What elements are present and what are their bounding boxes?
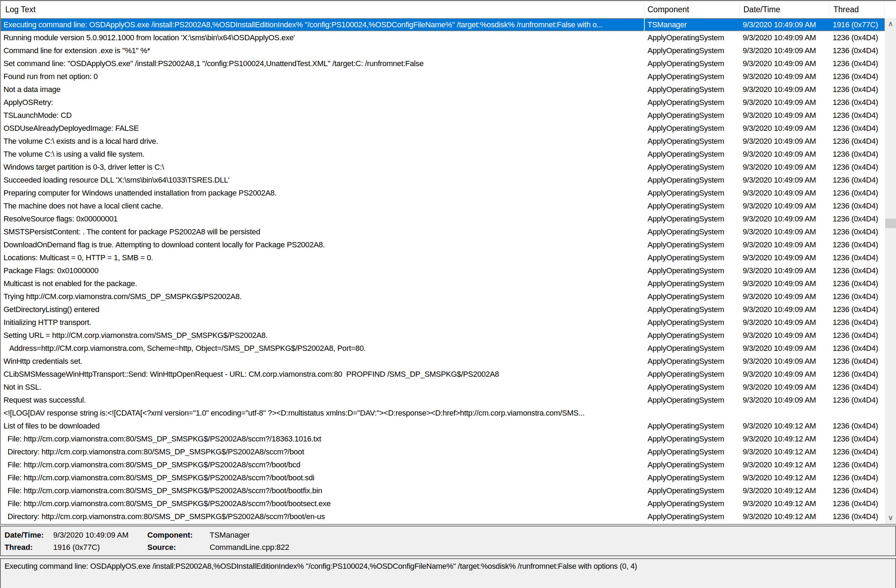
thread-cell: 1236 (0x4D4) [829, 161, 885, 173]
column-divider[interactable] [644, 3, 645, 17]
comp-cell: ApplyOperatingSystem [645, 70, 740, 83]
detail-datetime-value: 9/3/2020 10:49:09 AM [53, 530, 128, 540]
log-row[interactable]: Not in SSL.ApplyOperatingSystem9/3/2020 … [1, 381, 885, 394]
log-row[interactable]: File: http://cm.corp.viamonstra.com:80/S… [1, 497, 885, 510]
date-cell: 9/3/2020 10:49:09 AM [740, 342, 829, 355]
date-cell: 9/3/2020 10:49:09 AM [740, 31, 829, 44]
date-cell: 9/3/2020 10:49:09 AM [740, 355, 829, 368]
date-cell: 9/3/2020 10:49:09 AM [740, 290, 829, 303]
log-row[interactable]: ApplyOSRetry:ApplyOperatingSystem9/3/202… [1, 96, 885, 109]
column-header-thread[interactable]: Thread [834, 1, 859, 18]
log-cell: Found run from net option: 0 [1, 70, 645, 83]
log-row[interactable]: TSLaunchMode: CDApplyOperatingSystem9/3/… [1, 109, 885, 122]
log-row[interactable]: Request was successful.ApplyOperatingSys… [1, 394, 885, 406]
column-header-component[interactable]: Component [648, 1, 689, 18]
log-row[interactable]: GetDirectoryListing() enteredApplyOperat… [1, 303, 885, 316]
log-cell: Multicast is not enabled for the package… [1, 277, 645, 290]
log-row[interactable]: File: http://cm.corp.viamonstra.com:80/S… [1, 484, 885, 497]
log-cell: File: http://cm.corp.viamonstra.com:80/S… [1, 484, 645, 497]
thread-cell: 1236 (0x4D4) [829, 57, 885, 70]
log-cell: Succeeded loading resource DLL 'X:\sms\b… [1, 173, 645, 187]
log-row[interactable]: Found run from net option: 0ApplyOperati… [1, 70, 885, 83]
log-row[interactable]: Not a data imageApplyOperatingSystem9/3/… [1, 83, 885, 96]
log-row[interactable]: <![LOG[DAV response string is:<![CDATA[<… [1, 406, 885, 419]
log-cell: File: http://cm.corp.viamonstra.com:80/S… [1, 458, 645, 471]
log-row[interactable]: Set command line: "OSDApplyOS.exe" /inst… [1, 57, 885, 70]
log-row-selected[interactable]: Executing command line: OSDApplyOS.exe /… [1, 18, 885, 31]
log-row[interactable]: Address=http://CM.corp.viamonstra.com, S… [1, 342, 885, 355]
log-row[interactable]: CLibSMSMessageWinHttpTransport::Send: Wi… [1, 368, 885, 381]
comp-cell: ApplyOperatingSystem [645, 368, 740, 381]
comp-cell: ApplyOperatingSystem [645, 251, 740, 264]
log-row[interactable]: ResolveSource flags: 0x00000001ApplyOper… [1, 212, 885, 225]
date-cell: 9/3/2020 10:49:09 AM [740, 394, 829, 406]
thread-cell: 1236 (0x4D4) [829, 109, 885, 122]
log-row[interactable]: OSDUseAlreadyDeployedImage: FALSEApplyOp… [1, 122, 885, 135]
log-row[interactable]: List of files to be downloadedApplyOpera… [1, 419, 885, 432]
thread-cell: 1236 (0x4D4) [829, 173, 885, 187]
log-row[interactable]: Preparing computer for Windows unattende… [1, 187, 885, 199]
scroll-up-icon[interactable]: ∧ [885, 18, 896, 30]
log-cell: Command line for extension .exe is "%1" … [1, 44, 645, 57]
date-cell: 9/3/2020 10:49:09 AM [740, 212, 829, 225]
thread-cell: 1236 (0x4D4) [829, 290, 885, 303]
date-cell: 9/3/2020 10:49:09 AM [740, 251, 829, 264]
log-row[interactable]: WinHttp credentials set.ApplyOperatingSy… [1, 355, 885, 368]
log-row[interactable]: The volume C:\ is using a valid file sys… [1, 147, 885, 161]
log-row[interactable]: Initializing HTTP transport.ApplyOperati… [1, 316, 885, 329]
log-row[interactable]: File: http://cm.corp.viamonstra.com:80/S… [1, 432, 885, 445]
log-row[interactable]: Multicast is not enabled for the package… [1, 277, 885, 290]
log-cell: Locations: Multicast = 0, HTTP = 1, SMB … [1, 251, 645, 264]
log-row[interactable]: DownloadOnDemand flag is true. Attemptin… [1, 238, 885, 251]
date-cell: 9/3/2020 10:49:09 AM [740, 18, 829, 31]
column-divider[interactable] [884, 3, 884, 17]
log-row[interactable]: Setting URL = http://CM.corp.viamonstra.… [1, 329, 885, 342]
column-header-log-text[interactable]: Log Text [5, 1, 36, 18]
log-row[interactable]: File: http://cm.corp.viamonstra.com:80/S… [1, 458, 885, 471]
comp-cell: ApplyOperatingSystem [645, 277, 740, 290]
vertical-scrollbar[interactable]: ∧ ∨ [885, 18, 896, 524]
comp-cell: ApplyOperatingSystem [645, 122, 740, 135]
detail-thread-label: Thread: [5, 542, 33, 552]
comp-cell: ApplyOperatingSystem [645, 238, 740, 251]
log-row[interactable]: The volume C:\ exists and is a local har… [1, 135, 885, 147]
comp-cell: ApplyOperatingSystem [645, 57, 740, 70]
comp-cell: ApplyOperatingSystem [645, 471, 740, 484]
comp-cell: ApplyOperatingSystem [645, 212, 740, 225]
log-row[interactable]: The machine does not have a local client… [1, 199, 885, 212]
thread-cell: 1236 (0x4D4) [829, 225, 885, 238]
log-cell: List of files to be downloaded [1, 419, 645, 432]
comp-cell: ApplyOperatingSystem [645, 31, 740, 44]
detail-datetime-label: Date/Time: [5, 530, 44, 540]
log-row[interactable]: Succeeded loading resource DLL 'X:\sms\b… [1, 173, 885, 187]
log-cell: Windows target partition is 0-3, driver … [1, 161, 645, 173]
log-row[interactable]: Locations: Multicast = 0, HTTP = 1, SMB … [1, 251, 885, 264]
scrollbar-thumb[interactable] [885, 219, 896, 228]
log-row[interactable]: SMSTSPersistContent: . The content for p… [1, 225, 885, 238]
log-row[interactable]: Directory: http://cm.corp.viamonstra.com… [1, 445, 885, 458]
column-header-datetime[interactable]: Date/Time [744, 1, 780, 18]
log-cell: Directory: http://cm.corp.viamonstra.com… [1, 445, 645, 458]
log-row[interactable]: Running module version 5.0.9012.1000 fro… [1, 31, 885, 44]
log-row[interactable]: Directory: http://cm.corp.viamonstra.com… [1, 510, 885, 523]
comp-cell: ApplyOperatingSystem [645, 432, 740, 445]
date-cell: 9/3/2020 10:49:09 AM [740, 316, 829, 329]
log-row[interactable]: File: http://cm.corp.viamonstra.com:80/S… [1, 471, 885, 484]
date-cell: 9/3/2020 10:49:09 AM [740, 161, 829, 173]
scroll-down-icon[interactable]: ∨ [885, 512, 896, 524]
date-cell: 9/3/2020 10:49:09 AM [740, 187, 829, 199]
log-cell: The volume C:\ exists and is a local har… [1, 135, 645, 147]
comp-cell: ApplyOperatingSystem [645, 199, 740, 212]
log-row[interactable]: Package Flags: 0x01000000ApplyOperatingS… [1, 264, 885, 277]
log-row[interactable]: Trying http://CM.corp.viamonstra.com/SMS… [1, 290, 885, 303]
log-cell: CLibSMSMessageWinHttpTransport::Send: Wi… [1, 368, 645, 381]
thread-cell: 1236 (0x4D4) [829, 122, 885, 135]
log-row[interactable]: Command line for extension .exe is "%1" … [1, 44, 885, 57]
thread-cell: 1236 (0x4D4) [829, 199, 885, 212]
comp-cell: ApplyOperatingSystem [645, 394, 740, 406]
thread-cell: 1236 (0x4D4) [829, 329, 885, 342]
comp-cell: ApplyOperatingSystem [645, 147, 740, 161]
log-cell: Address=http://CM.corp.viamonstra.com, S… [1, 342, 645, 355]
log-row[interactable]: Windows target partition is 0-3, driver … [1, 161, 885, 173]
thread-cell: 1236 (0x4D4) [829, 445, 885, 458]
